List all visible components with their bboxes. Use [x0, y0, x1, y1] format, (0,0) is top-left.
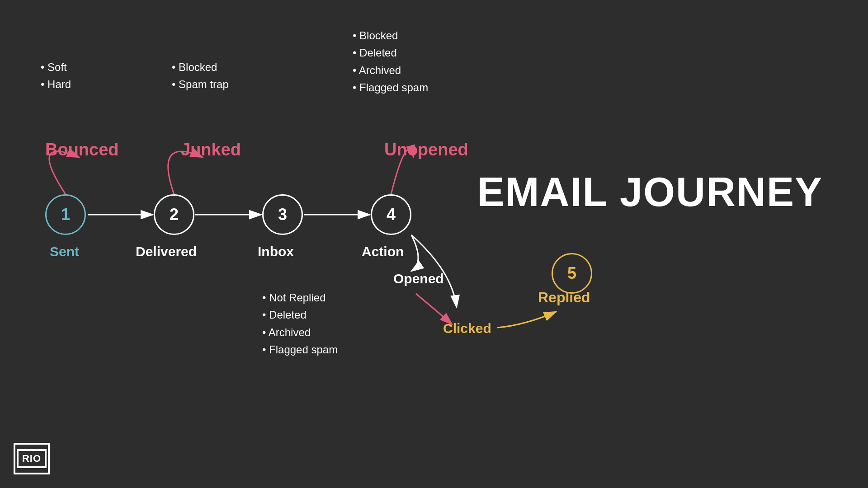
list-opened-bottom: Not Replied Deleted Archived Flagged spa… — [262, 289, 338, 359]
status-unopened: Unopened — [384, 140, 468, 160]
logo-text: RIO — [17, 449, 47, 468]
label-opened: Opened — [393, 271, 444, 286]
label-replied: Replied — [538, 289, 590, 306]
list-junked: Blocked Spam trap — [172, 59, 229, 94]
label-action: Action — [362, 244, 404, 259]
main-container: EMAIL JOURNEY 1 Sent 2 Delivered 3 Inbox… — [0, 0, 868, 488]
label-delivered: Delivered — [136, 244, 197, 259]
node-replied: 5 — [552, 253, 592, 294]
arrows-svg — [0, 0, 868, 488]
node-action: 4 — [371, 194, 411, 235]
list-bounced: Soft Hard — [41, 59, 71, 94]
rio-logo: RIO — [14, 443, 50, 474]
label-sent: Sent — [50, 244, 79, 259]
node-sent: 1 — [45, 194, 86, 235]
node-delivered: 2 — [154, 194, 194, 235]
list-unopened-top: Blocked Deleted Archived Flagged spam — [353, 27, 428, 97]
label-inbox: Inbox — [258, 244, 294, 259]
status-bounced: Bounced — [45, 140, 119, 160]
node-inbox: 3 — [262, 194, 303, 235]
page-title: EMAIL JOURNEY — [477, 172, 823, 212]
label-clicked: Clicked — [443, 321, 491, 336]
status-junked: Junked — [181, 140, 241, 160]
